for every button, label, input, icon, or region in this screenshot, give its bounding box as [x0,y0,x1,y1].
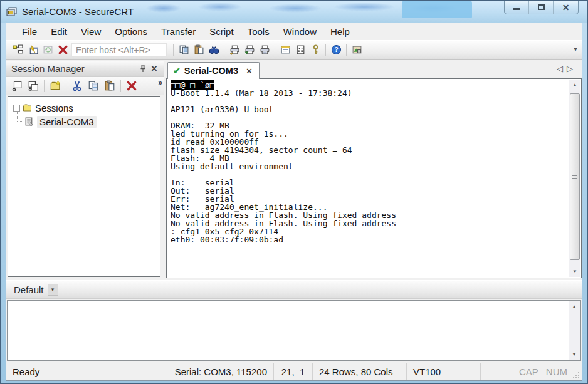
help-button[interactable]: ? [328,43,344,58]
command-window-scrollbar[interactable]: ▲ ▼ [569,301,580,360]
sm-copy-button[interactable] [85,78,102,94]
connect-session-icon [11,80,23,91]
session-tree: − Sessions Serial-COM3 [8,96,160,277]
status-bar: Ready Serial: COM3, 115200 21, 1 24 Rows… [6,363,582,380]
session-manager-toolbar: » [6,77,164,95]
status-emulation: VT100 [406,363,480,380]
minimize-button[interactable] [505,1,529,14]
copy-button[interactable] [176,43,191,58]
close-icon: ✕ [562,3,570,13]
paste-button[interactable] [191,43,206,58]
session-options-button[interactable] [278,43,293,58]
titlebar-desktop-artifact [402,1,472,18]
button-bar-default-button[interactable]: Default [14,284,44,295]
sm-new-session-button[interactable] [47,78,63,94]
main-row: Session Manager ✕ [6,61,582,278]
status-num-lock: NUM [542,366,571,377]
tree-connector [17,111,24,122]
serial-session-icon [24,117,34,127]
reconnect-button[interactable] [40,43,55,58]
terminal-text[interactable]: □□@ □ `ø□U-Boot 1.1.4 (Mar 18 2013 - 17:… [167,79,569,278]
close-button[interactable]: ✕ [554,1,578,14]
tree-node-label: Serial-COM3 [37,116,97,128]
key-agent-button[interactable] [308,43,323,58]
printer-icon [260,44,270,55]
terminal-scrollbar[interactable]: ▲ ▼ [569,80,580,277]
disconnect-button[interactable] [55,43,70,58]
close-panel-button[interactable]: ✕ [149,63,160,75]
sm-connect-button[interactable] [9,78,25,94]
menu-transfer[interactable]: Transfer [154,24,202,39]
print-setup-icon [244,44,255,55]
tab-scroll-left-icon[interactable]: ◁ [557,64,567,73]
toolbar-separator [120,80,121,92]
paste-icon [104,80,115,91]
print-button[interactable] [257,43,272,58]
print-setup-button[interactable] [242,43,257,58]
menu-file[interactable]: File [15,24,44,39]
terminal-area[interactable]: □□@ □ `ø□U-Boot 1.1.4 (Mar 18 2013 - 17:… [166,78,582,278]
status-ready: Ready [6,363,169,380]
window-controls: ✕ [504,1,579,14]
button-bar-dropdown-button[interactable]: ▾ [48,284,58,296]
scroll-down-icon: ▼ [572,269,577,274]
session-manager-toggle-button[interactable] [10,43,25,58]
main-toolbar: ? ▾ [6,40,582,60]
scroll-down-button[interactable]: ▼ [569,349,580,360]
tab-label: Serial-COM3 [184,66,238,76]
sm-cut-button[interactable] [69,78,85,94]
app-window: Serial-COM3 - SecureCRT ✕ File Edit View… [0,0,588,384]
sm-connect-in-tab-button[interactable] [25,78,41,94]
menu-edit[interactable]: Edit [44,24,74,39]
tree-node-serial-com3[interactable]: Serial-COM3 [8,115,160,128]
find-button[interactable] [206,43,221,58]
run-script-button[interactable] [293,43,308,58]
tab-close-button[interactable]: ✕ [246,66,253,76]
scroll-down-button[interactable]: ▼ [569,266,580,277]
menu-window[interactable]: Window [276,24,323,39]
status-connection: Serial: COM3, 115200 [169,363,273,380]
paste-icon [194,44,204,55]
toolbar-overflow-button[interactable]: ▾ [573,46,578,51]
print-preview-button[interactable] [227,43,242,58]
resize-grip[interactable] [571,370,580,379]
scrollbar-track[interactable] [569,312,580,349]
menu-view[interactable]: View [74,24,108,39]
toolbar-separator [44,80,45,92]
key-icon [310,44,321,55]
menu-help[interactable]: Help [323,24,357,39]
scroll-up-button[interactable]: ▲ [569,80,580,90]
find-binoculars-icon [209,44,219,55]
scroll-down-icon: ▼ [572,351,577,357]
maximize-button[interactable] [529,1,554,14]
tree-collapse-icon[interactable]: − [13,105,20,112]
pin-panel-button[interactable] [137,63,149,75]
sm-paste-button[interactable] [102,78,118,94]
scrollbar-thumb[interactable] [570,93,580,260]
scrollbar-track[interactable] [569,90,580,266]
status-spacer [480,363,515,380]
quick-connect-button[interactable] [25,43,40,58]
disconnect-icon [58,44,68,55]
toolbar-separator [66,80,66,92]
menu-tools[interactable]: Tools [241,24,276,39]
quick-connect-host-input[interactable] [71,43,167,57]
menu-script[interactable]: Script [202,24,240,39]
tab-scroll-right-icon[interactable]: ▷ [567,64,577,73]
session-manager-panel: Session Manager ✕ [6,61,164,278]
window-title: Serial-COM3 - SecureCRT [22,6,134,17]
command-window[interactable]: ▲ ▼ [7,300,581,361]
scroll-up-button[interactable]: ▲ [569,301,580,312]
quick-connect-icon [28,44,38,55]
copy-icon [179,44,189,55]
sm-toolbar-overflow-button[interactable]: » [158,78,162,87]
sm-delete-button[interactable] [123,78,140,94]
keymap-editor-button[interactable] [349,43,364,58]
toolbar-separator [224,44,224,56]
button-bar: Default ▾ [6,280,582,299]
menu-options[interactable]: Options [108,24,154,39]
app-icon [6,7,17,17]
tree-node-sessions[interactable]: − Sessions [8,101,160,115]
tab-serial-com3[interactable]: ✔ Serial-COM3 ✕ [167,62,260,79]
menu-bar: File Edit View Options Transfer Script T… [6,23,582,40]
